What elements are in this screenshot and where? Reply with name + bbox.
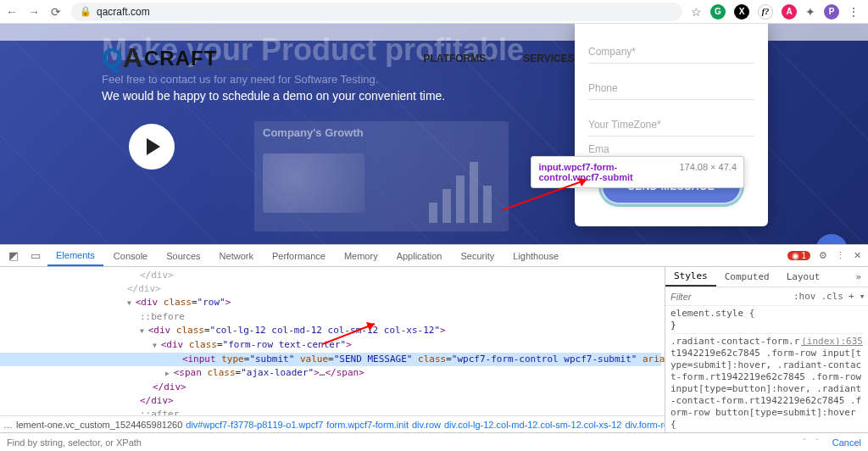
lock-icon: 🔒 — [80, 6, 92, 17]
styles-tab-styles[interactable]: Styles — [665, 267, 716, 287]
phone-field[interactable] — [588, 77, 754, 100]
tab-memory[interactable]: Memory — [336, 245, 387, 266]
contact-form: Ema SEND MESSAGE — [575, 24, 768, 226]
company-field[interactable] — [588, 41, 754, 64]
chart-title: Company's Growth — [263, 126, 364, 139]
hov-toggle[interactable]: :hov — [793, 291, 816, 302]
find-cancel-button[interactable]: Cancel — [832, 437, 861, 448]
tab-elements[interactable]: Elements — [47, 245, 103, 266]
chevron-down-icon: ⌄ — [489, 54, 496, 63]
styles-panel-menu-icon[interactable]: ▾ — [860, 291, 865, 302]
styles-filter-input[interactable] — [665, 292, 793, 302]
logo-tagline: SOFTWARE TESTING COMPANY — [144, 66, 253, 71]
styles-tab-computed[interactable]: Computed — [716, 267, 778, 287]
browser-toolbar: ← → ⟳ 🔒 qacraft.com ☆ G X f? A ✦ P ⋮ — [0, 0, 868, 24]
reload-icon[interactable]: ⟳ — [49, 5, 63, 19]
growth-chart: Company's Growth — [254, 121, 509, 231]
devtools-menu-icon[interactable]: ⋮ — [836, 250, 845, 261]
styles-panel: Styles Computed Layout » :hov .cls + ▾ e… — [665, 267, 868, 432]
nav-platforms[interactable]: PLATFORMS⌄ — [424, 53, 497, 64]
tab-lighthouse[interactable]: Lighthouse — [504, 245, 567, 266]
play-button[interactable] — [129, 124, 175, 170]
styles-tab-more[interactable]: » — [849, 267, 868, 287]
new-rule-button[interactable]: + — [849, 291, 854, 302]
chrome-menu-icon[interactable]: ⋮ — [848, 5, 860, 19]
forward-icon[interactable]: → — [27, 5, 41, 19]
hero-line-2: We would be happy to schedule a demo on … — [102, 89, 445, 103]
devtools-settings-icon[interactable]: ⚙ — [819, 250, 827, 261]
devtools-close-icon[interactable]: ✕ — [854, 250, 861, 261]
style-rules[interactable]: element.style { } (index):635 .radiant-c… — [665, 306, 868, 432]
cls-toggle[interactable]: .cls — [821, 291, 844, 302]
inspect-element-icon[interactable]: ◩ — [3, 249, 24, 262]
extensions-icon[interactable]: ✦ — [805, 5, 815, 19]
tab-security[interactable]: Security — [452, 245, 503, 266]
elements-breadcrumb[interactable]: … lement-one.vc_custom_1524465981260 div… — [0, 415, 665, 432]
extension-x[interactable]: X — [734, 4, 749, 19]
back-icon[interactable]: ← — [5, 5, 19, 19]
address-bar[interactable]: 🔒 qacraft.com — [71, 3, 682, 21]
tooltip-selector: input.wpcf7-form-control.wpcf7-submit — [538, 162, 665, 182]
email-partial-label: Ema — [588, 143, 622, 155]
bookmark-icon[interactable]: ☆ — [691, 5, 702, 19]
hero-line-1: Feel free to contact us for any need for… — [102, 73, 445, 86]
profile-avatar[interactable]: P — [824, 4, 839, 19]
find-navigate-icons[interactable]: ˆ ˇ — [803, 437, 821, 448]
tab-sources[interactable]: Sources — [158, 245, 209, 266]
extension-a[interactable]: A — [782, 4, 797, 19]
element-inspect-tooltip: input.wpcf7-form-control.wpcf7-submit 17… — [531, 156, 744, 188]
tab-performance[interactable]: Performance — [264, 245, 334, 266]
styles-tab-layout[interactable]: Layout — [778, 267, 829, 287]
extension-g[interactable]: G — [710, 4, 726, 19]
tab-application[interactable]: Application — [388, 245, 451, 266]
device-toggle-icon[interactable]: ▭ — [25, 249, 46, 262]
extension-f[interactable]: f? — [758, 4, 773, 19]
error-count-badge[interactable]: ◉ 1 — [787, 251, 810, 260]
tooltip-dimensions: 174.08 × 47.4 — [679, 162, 737, 172]
page-viewport: Make your Product profitable Q A CRAFT P… — [0, 24, 868, 244]
timezone-field[interactable] — [588, 114, 754, 136]
url-text: qacraft.com — [97, 6, 150, 18]
find-input[interactable]: Find by string, selector, or XPath — [7, 437, 793, 448]
tab-network[interactable]: Network — [211, 245, 262, 266]
tab-console[interactable]: Console — [105, 245, 156, 266]
devtools-panel: ◩ ▭ Elements Console Sources Network Per… — [0, 244, 868, 451]
elements-tree[interactable]: </div> </div> <div class="row"> ::before… — [0, 267, 665, 415]
